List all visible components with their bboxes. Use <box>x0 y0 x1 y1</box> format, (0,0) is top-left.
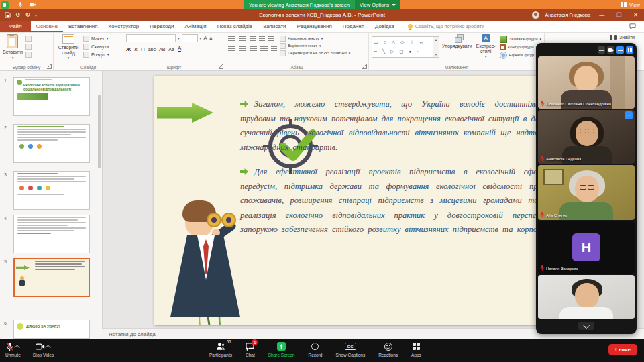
cut-icon[interactable] <box>25 36 32 42</box>
gallery-view-icon[interactable] <box>626 46 633 54</box>
copy-icon[interactable] <box>25 44 32 50</box>
shape-fill-button[interactable]: Заливка фігури▾ <box>500 36 541 43</box>
undo-icon[interactable]: ↺ <box>15 12 21 18</box>
character-spacing-button[interactable]: АВ <box>159 47 165 52</box>
quick-styles-label: Експрес-стилі <box>475 44 497 54</box>
account-name[interactable]: Анастасія Гнєдкова <box>545 12 590 18</box>
font-dialog-launcher-icon[interactable] <box>219 64 223 69</box>
shape-outline-button[interactable]: Контур фігури▾ <box>500 44 541 50</box>
close-window-icon[interactable]: ✕ <box>630 9 641 21</box>
muted-mic-icon <box>540 212 545 218</box>
paste-button[interactable]: Вставити ▾ <box>3 34 23 62</box>
strikethrough-button[interactable]: abc <box>148 47 156 52</box>
video-tile[interactable]: Alla Cherep <box>538 165 635 220</box>
more-options-icon[interactable]: ⋯ <box>625 111 633 119</box>
justify-icon[interactable] <box>260 46 268 52</box>
minimize-window-icon[interactable]: — <box>596 9 608 21</box>
redo-icon[interactable]: ↻ <box>25 12 31 18</box>
find-button[interactable]: Знайти <box>610 35 635 40</box>
tab-slideshow[interactable]: Показ слайдів <box>212 21 258 32</box>
smartart-button[interactable]: Перетворити на об'єкт SmartArt▾ <box>280 50 350 56</box>
line-spacing-icon[interactable] <box>268 36 274 42</box>
tab-help[interactable]: Довідка <box>370 21 400 32</box>
reactions-button[interactable]: Reactions <box>378 341 398 357</box>
reset-button[interactable]: Скинути <box>83 44 109 50</box>
view-switcher[interactable]: View <box>621 0 640 9</box>
columns-icon[interactable] <box>271 46 277 52</box>
participants-button[interactable]: 51 Participants <box>209 341 232 357</box>
panel-chevron-down-icon[interactable] <box>578 322 594 330</box>
shrink-font-icon[interactable]: А <box>209 36 213 41</box>
clipboard-dialog-launcher-icon[interactable] <box>47 64 52 69</box>
speaker-view-icon[interactable] <box>616 46 624 54</box>
avatar-tile[interactable]: Н Наталя Захарова <box>538 221 635 274</box>
tab-animations[interactable]: Анімація <box>179 21 211 32</box>
font-name-input[interactable] <box>126 34 176 42</box>
tab-file[interactable]: Файл <box>0 21 31 32</box>
numbering-icon[interactable] <box>239 36 246 42</box>
bold-button[interactable]: Ж <box>126 46 131 52</box>
video-panel-icon[interactable] <box>607 46 614 54</box>
leave-button[interactable]: Leave <box>608 344 637 355</box>
shape-effects-button[interactable]: Ефекти фігур▾ <box>500 52 541 59</box>
audio-options-caret-icon[interactable] <box>15 345 20 350</box>
participant-name-label: Осипенко Світлана Олександрівна <box>540 101 611 107</box>
video-tile[interactable]: ⋯ Анастасія Гнідкова <box>538 110 635 164</box>
increase-indent-icon[interactable] <box>259 36 265 42</box>
tab-design[interactable]: Конструктор <box>103 21 145 32</box>
text-direction-button[interactable]: Напрямок тексту▾ <box>280 36 350 42</box>
tab-record[interactable]: Записати <box>258 21 292 32</box>
share-screen-button[interactable]: Share Screen <box>268 341 295 357</box>
slide-number: 2 <box>4 125 7 130</box>
bullets-icon[interactable] <box>228 36 235 42</box>
arrange-button[interactable]: Упорядкувати <box>442 34 472 62</box>
new-slide-caret-icon: ▾ <box>68 56 70 60</box>
record-button[interactable]: Record <box>308 341 322 357</box>
shape-effects-label: Ефекти фігур <box>509 53 534 58</box>
layout-caret-icon: ▾ <box>107 37 109 40</box>
shapes-scrollbar[interactable]: ▲▼ <box>433 36 439 58</box>
video-tile[interactable]: Осипенко Світлана Олександрівна <box>538 56 635 109</box>
format-painter-icon[interactable] <box>25 52 32 58</box>
stop-video-button[interactable]: Stop Video <box>33 341 54 357</box>
layout-button[interactable]: Макет▾ <box>83 36 109 42</box>
video-tile[interactable] <box>538 275 635 319</box>
section-button[interactable]: Розділ▾ <box>83 52 109 58</box>
change-case-button[interactable]: Аа <box>168 47 174 52</box>
align-text-button[interactable]: Вирівняти текст▾ <box>280 43 350 49</box>
align-left-icon[interactable] <box>228 46 235 52</box>
grow-font-icon[interactable]: А <box>203 35 207 42</box>
comments-icon[interactable] <box>629 23 636 29</box>
video-options-caret-icon[interactable] <box>45 345 50 350</box>
tab-review[interactable]: Рецензування <box>292 21 337 32</box>
align-right-icon[interactable] <box>250 46 257 52</box>
minimize-panel-icon[interactable] <box>598 46 605 54</box>
view-options-button[interactable]: View Options <box>355 0 400 9</box>
font-size-input[interactable] <box>182 34 198 42</box>
paragraph-dialog-launcher-icon[interactable] <box>362 64 367 69</box>
tell-me-search[interactable]: Скажіть, що потрібно зробити <box>408 21 485 32</box>
align-center-icon[interactable] <box>239 46 246 52</box>
apps-button[interactable]: Apps <box>411 341 421 357</box>
font-color-button[interactable]: А <box>178 46 181 52</box>
tab-view[interactable]: Подання <box>337 21 370 32</box>
show-captions-button[interactable]: CC Show Captions <box>335 341 365 357</box>
tab-home[interactable]: Основне <box>31 21 63 32</box>
text-direction-label: Напрямок тексту <box>288 36 319 41</box>
tab-transitions[interactable]: Переходи <box>144 21 179 32</box>
restore-window-icon[interactable]: ❐ <box>613 9 625 21</box>
new-slide-button[interactable]: Створити слайд ▾ <box>56 34 80 62</box>
shapes-gallery[interactable]: ▭ ○ △ ◇ ☆ ↔─ ╲ ▷ ◻ ● ◦ <box>372 36 433 58</box>
italic-button[interactable]: К <box>134 46 138 52</box>
thumbnail-scrollbar[interactable] <box>98 95 101 168</box>
qat-customize-caret-icon[interactable]: ▾ <box>35 13 37 17</box>
quick-styles-button[interactable]: А Експрес-стилі ▾ <box>475 34 497 62</box>
tab-insert[interactable]: Вставлення <box>63 21 103 32</box>
unmute-button[interactable]: Unmute <box>5 341 21 357</box>
participant-name: Анастасія Гнідкова <box>546 157 581 161</box>
zoom-app-icon[interactable] <box>1 1 9 9</box>
underline-button[interactable]: П <box>141 46 145 52</box>
save-icon[interactable] <box>5 12 11 18</box>
chat-button[interactable]: 1 Chat <box>246 341 255 357</box>
decrease-indent-icon[interactable] <box>250 36 256 42</box>
